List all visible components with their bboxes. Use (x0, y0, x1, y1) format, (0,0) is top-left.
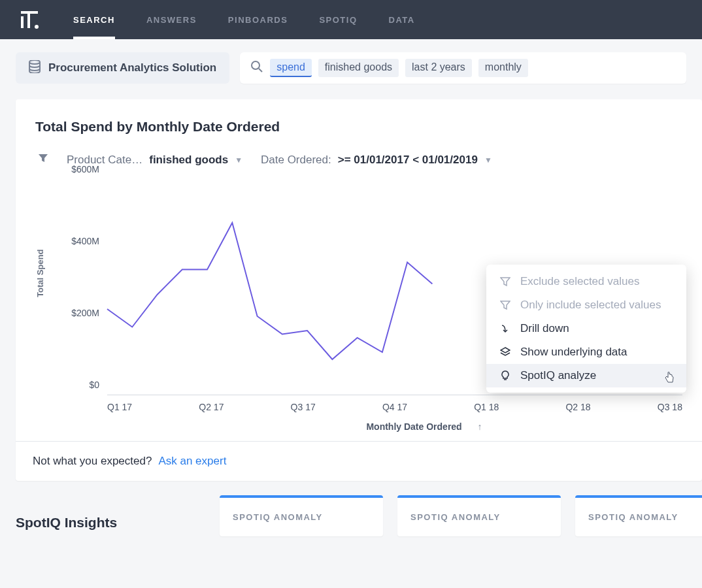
menu-item-label: Drill down (520, 322, 569, 335)
svg-point-3 (35, 25, 39, 29)
svg-line-6 (259, 69, 262, 72)
y-tick: $200M (71, 308, 107, 318)
x-tick: Q2 18 (565, 402, 590, 412)
y-tick: $600M (71, 164, 107, 174)
search-chip[interactable]: last 2 years (405, 59, 472, 77)
menu-item-label: Only include selected values (520, 299, 661, 312)
insight-card[interactable]: SPOTIQ ANOMALY (575, 495, 702, 536)
y-tick: $400M (71, 236, 107, 246)
ask-expert-bar: Not what you expected? Ask an expert (16, 441, 702, 481)
ask-expert-text: Not what you expected? (33, 455, 152, 468)
chevron-down-icon: ▼ (484, 155, 492, 165)
menu-item-label: Exclude selected values (520, 275, 639, 288)
x-tick: Q3 17 (291, 402, 316, 412)
drill-icon (499, 323, 511, 334)
insights-section: SpotIQ Insights SPOTIQ ANOMALYSPOTIQ ANO… (0, 481, 702, 536)
nav-pinboards[interactable]: PINBOARDS (228, 0, 288, 39)
search-chip[interactable]: monthly (478, 59, 528, 77)
x-ticks: Q1 17Q2 17Q3 17Q4 17Q1 18Q2 18Q3 18 (107, 395, 682, 419)
menu-item-label: SpotIQ analyze (520, 369, 596, 382)
search-icon (250, 60, 263, 76)
svg-point-5 (252, 61, 259, 69)
insight-card[interactable]: SPOTIQ ANOMALY (220, 495, 383, 536)
filter-row: Product Cate… finished goods ▼ Date Orde… (16, 135, 702, 167)
layers-icon (499, 347, 511, 357)
ask-expert-link[interactable]: Ask an expert (158, 455, 226, 468)
cursor-icon (664, 372, 675, 386)
bulb-icon (499, 370, 511, 381)
menu-item-spotiq-analyze[interactable]: SpotIQ analyze (486, 364, 686, 387)
svg-point-4 (29, 60, 40, 64)
chart-title: Total Spend by Monthly Date Ordered (16, 99, 702, 135)
menu-item-label: Show underlying data (520, 346, 627, 359)
data-source-label: Procurement Analytics Solution (48, 61, 216, 74)
menu-item-only-include-selected-values: Only include selected values (486, 293, 686, 317)
nav-spotiq[interactable]: SPOTIQ (319, 0, 357, 39)
nav-items: SEARCHANSWERSPINBOARDSSPOTIQDATA (73, 0, 415, 39)
x-tick: Q3 18 (658, 402, 682, 412)
nav-data[interactable]: DATA (389, 0, 415, 39)
top-nav: SEARCHANSWERSPINBOARDSSPOTIQDATA (0, 0, 702, 39)
data-source-chip[interactable]: Procurement Analytics Solution (16, 52, 229, 84)
search-box[interactable]: spendfinished goodslast 2 yearsmonthly (240, 52, 686, 84)
search-chip[interactable]: spend (270, 59, 312, 77)
context-menu: Exclude selected valuesOnly include sele… (486, 265, 686, 393)
insight-card[interactable]: SPOTIQ ANOMALY (397, 495, 561, 536)
menu-item-drill-down[interactable]: Drill down (486, 317, 686, 340)
svg-rect-2 (27, 11, 30, 28)
y-axis-label: Total Spend (35, 250, 45, 297)
search-row: Procurement Analytics Solution spendfini… (0, 39, 702, 84)
chevron-down-icon: ▼ (235, 155, 242, 165)
menu-item-exclude-selected-values: Exclude selected values (486, 270, 686, 293)
menu-item-show-underlying-data[interactable]: Show underlying data (486, 340, 686, 364)
svg-rect-1 (21, 16, 24, 28)
x-tick: Q1 18 (474, 402, 499, 412)
nav-answers[interactable]: ANSWERS (146, 0, 197, 39)
filter-on-icon (499, 300, 511, 310)
x-axis-label: Monthly Date Ordered ↑ (166, 419, 682, 432)
insights-title: SpotIQ Insights (16, 495, 205, 531)
filter-category-value: finished goods (149, 154, 228, 167)
x-tick: Q4 17 (382, 402, 407, 412)
logo[interactable] (18, 8, 41, 31)
filter-off-icon (499, 276, 511, 287)
x-tick: Q2 17 (199, 402, 224, 412)
search-chip[interactable]: finished goods (318, 59, 399, 77)
y-tick: $0 (89, 380, 107, 390)
sort-arrow-icon[interactable]: ↑ (478, 421, 482, 432)
filter-date-value: >= 01/01/2017 < 01/01/2019 (338, 154, 478, 167)
insight-cards: SPOTIQ ANOMALYSPOTIQ ANOMALYSPOTIQ ANOMA… (220, 495, 702, 536)
x-tick: Q1 17 (107, 402, 132, 412)
filter-date-label: Date Ordered: (261, 154, 331, 167)
search-chips: spendfinished goodslast 2 yearsmonthly (270, 59, 528, 77)
filter-icon[interactable] (38, 153, 48, 167)
nav-search[interactable]: SEARCH (73, 0, 115, 39)
logo-icon (18, 8, 41, 31)
filter-date[interactable]: Date Ordered: >= 01/01/2017 < 01/01/2019… (261, 154, 492, 167)
database-icon (29, 60, 41, 76)
